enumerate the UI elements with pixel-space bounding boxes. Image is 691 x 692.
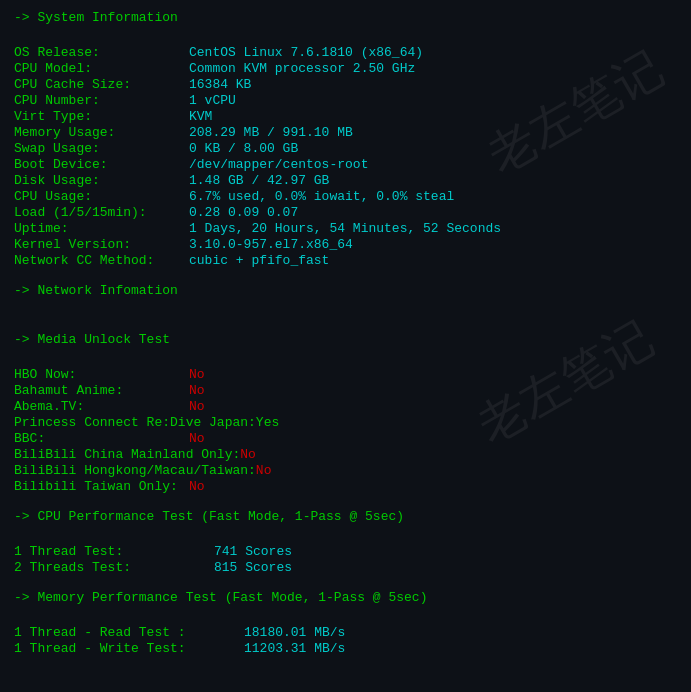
kernel-label: Kernel Version: [14, 237, 189, 252]
swap-usage-label: Swap Usage: [14, 141, 189, 156]
abema-label: Abema.TV: [14, 399, 189, 414]
cpu-model-value: Common KVM processor 2.50 GHz [189, 61, 415, 76]
os-release-row: OS Release: CentOS Linux 7.6.1810 (x86_6… [14, 45, 677, 60]
mem-read-value: 18180.01 MB/s [244, 625, 345, 640]
virt-type-label: Virt Type: [14, 109, 189, 124]
cpu-1thread-label: 1 Thread Test: [14, 544, 214, 559]
abema-value: No [189, 399, 205, 414]
cpu-usage-value: 6.7% used, 0.0% iowait, 0.0% steal [189, 189, 454, 204]
cpu-model-row: CPU Model: Common KVM processor 2.50 GHz [14, 61, 677, 76]
mem-write-label: 1 Thread - Write Test: [14, 641, 244, 656]
bbc-label: BBC: [14, 431, 189, 446]
system-info-header: -> System Information [14, 10, 677, 25]
kernel-row: Kernel Version: 3.10.0-957.el7.x86_64 [14, 237, 677, 252]
kernel-value: 3.10.0-957.el7.x86_64 [189, 237, 353, 252]
mem-read-label: 1 Thread - Read Test : [14, 625, 244, 640]
disk-usage-value: 1.48 GB / 42.97 GB [189, 173, 329, 188]
network-cc-label: Network CC Method: [14, 253, 189, 268]
boot-device-label: Boot Device: [14, 157, 189, 172]
hbo-row: HBO Now: No [14, 367, 677, 382]
swap-usage-row: Swap Usage: 0 KB / 8.00 GB [14, 141, 677, 156]
network-cc-row: Network CC Method: cubic + pfifo_fast [14, 253, 677, 268]
system-info-section: -> System Information OS Release: CentOS… [14, 10, 677, 268]
cpu-perf-header: -> CPU Performance Test (Fast Mode, 1-Pa… [14, 509, 677, 524]
bbc-value: No [189, 431, 205, 446]
boot-device-value: /dev/mapper/centos-root [189, 157, 368, 172]
cpu-number-row: CPU Number: 1 vCPU [14, 93, 677, 108]
swap-usage-value: 0 KB / 8.00 GB [189, 141, 298, 156]
cpu-model-label: CPU Model: [14, 61, 189, 76]
virt-type-value: KVM [189, 109, 212, 124]
media-unlock-header: -> Media Unlock Test [14, 332, 677, 347]
cpu-usage-row: CPU Usage: 6.7% used, 0.0% iowait, 0.0% … [14, 189, 677, 204]
bilibili-china-value: No [240, 447, 256, 462]
mem-write-row: 1 Thread - Write Test: 11203.31 MB/s [14, 641, 677, 656]
cpu-2threads-label: 2 Threads Test: [14, 560, 214, 575]
bilibili-tw-row: Bilibili Taiwan Only: No [14, 479, 677, 494]
virt-type-row: Virt Type: KVM [14, 109, 677, 124]
load-value: 0.28 0.09 0.07 [189, 205, 298, 220]
princess-label: Princess Connect Re:Dive Japan: [14, 415, 256, 430]
mem-perf-header: -> Memory Performance Test (Fast Mode, 1… [14, 590, 677, 605]
cpu-1thread-value: 741 Scores [214, 544, 292, 559]
os-release-value: CentOS Linux 7.6.1810 (x86_64) [189, 45, 423, 60]
mem-read-row: 1 Thread - Read Test : 18180.01 MB/s [14, 625, 677, 640]
cpu-number-label: CPU Number: [14, 93, 189, 108]
mem-write-value: 11203.31 MB/s [244, 641, 345, 656]
bilibili-hk-row: BiliBili Hongkong/Macau/Taiwan: No [14, 463, 677, 478]
cpu-cache-label: CPU Cache Size: [14, 77, 189, 92]
disk-usage-label: Disk Usage: [14, 173, 189, 188]
abema-row: Abema.TV: No [14, 399, 677, 414]
cpu-perf-section: -> CPU Performance Test (Fast Mode, 1-Pa… [14, 509, 677, 575]
hbo-label: HBO Now: [14, 367, 189, 382]
load-label: Load (1/5/15min): [14, 205, 189, 220]
cpu-number-value: 1 vCPU [189, 93, 236, 108]
uptime-value: 1 Days, 20 Hours, 54 Minutes, 52 Seconds [189, 221, 501, 236]
cpu-1thread-row: 1 Thread Test: 741 Scores [14, 544, 677, 559]
bilibili-hk-label: BiliBili Hongkong/Macau/Taiwan: [14, 463, 256, 478]
bilibili-china-row: BiliBili China Mainland Only: No [14, 447, 677, 462]
cpu-cache-row: CPU Cache Size: 16384 KB [14, 77, 677, 92]
media-unlock-section: -> Media Unlock Test HBO Now: No Bahamut… [14, 332, 677, 494]
cpu-cache-value: 16384 KB [189, 77, 251, 92]
hbo-value: No [189, 367, 205, 382]
bilibili-hk-value: No [256, 463, 272, 478]
bahamut-value: No [189, 383, 205, 398]
network-cc-value: cubic + pfifo_fast [189, 253, 329, 268]
load-row: Load (1/5/15min): 0.28 0.09 0.07 [14, 205, 677, 220]
bbc-row: BBC: No [14, 431, 677, 446]
princess-row: Princess Connect Re:Dive Japan: Yes [14, 415, 677, 430]
memory-usage-label: Memory Usage: [14, 125, 189, 140]
bahamut-row: Bahamut Anime: No [14, 383, 677, 398]
cpu-2threads-row: 2 Threads Test: 815 Scores [14, 560, 677, 575]
princess-value: Yes [256, 415, 279, 430]
uptime-label: Uptime: [14, 221, 189, 236]
boot-device-row: Boot Device: /dev/mapper/centos-root [14, 157, 677, 172]
bilibili-tw-value: No [189, 479, 205, 494]
bilibili-china-label: BiliBili China Mainland Only: [14, 447, 240, 462]
bahamut-label: Bahamut Anime: [14, 383, 189, 398]
mem-perf-section: -> Memory Performance Test (Fast Mode, 1… [14, 590, 677, 656]
bilibili-tw-label: Bilibili Taiwan Only: [14, 479, 189, 494]
os-release-label: OS Release: [14, 45, 189, 60]
uptime-row: Uptime: 1 Days, 20 Hours, 54 Minutes, 52… [14, 221, 677, 236]
memory-usage-value: 208.29 MB / 991.10 MB [189, 125, 353, 140]
cpu-2threads-value: 815 Scores [214, 560, 292, 575]
cpu-usage-label: CPU Usage: [14, 189, 189, 204]
memory-usage-row: Memory Usage: 208.29 MB / 991.10 MB [14, 125, 677, 140]
network-info-header: -> Network Infomation [14, 283, 677, 298]
disk-usage-row: Disk Usage: 1.48 GB / 42.97 GB [14, 173, 677, 188]
